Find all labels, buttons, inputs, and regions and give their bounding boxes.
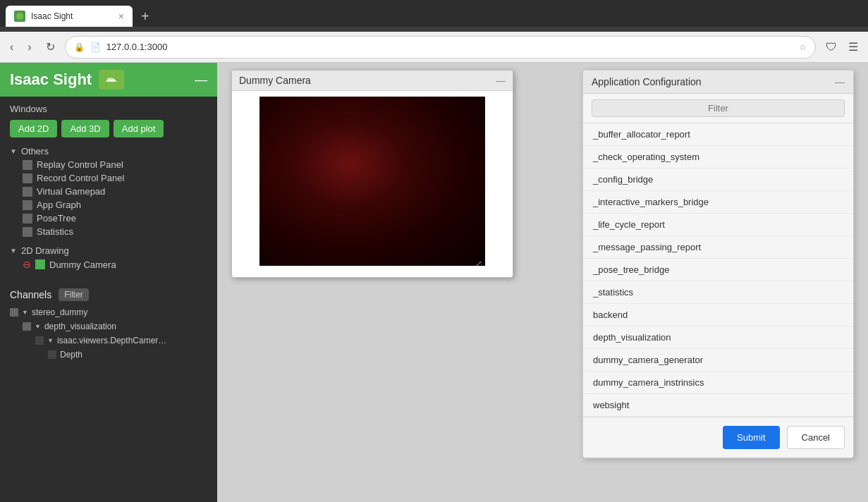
sidebar-item-statistics[interactable]: Statistics [10,225,207,238]
pose-tree-icon [23,214,32,224]
add-plot-button[interactable]: Add plot [114,120,164,137]
remove-camera-icon[interactable]: ⊖ [23,259,31,270]
camera-image [259,97,485,266]
config-item-3[interactable]: _interactive_markers_bridge [583,191,853,214]
nav-forward-button[interactable]: › [23,38,35,56]
config-list: _buffer_allocator_report _check_operatin… [583,123,853,417]
camera-body: ⤢ [232,91,513,277]
submit-button[interactable]: Submit [723,426,779,449]
add-2d-button[interactable]: Add 2D [10,120,57,137]
app-config-title: Application Configuration [592,76,702,87]
sidebar-title: Isaac Sight [10,70,124,90]
channels-label: Channels [10,289,51,300]
sidebar-item-virtual-gamepad[interactable]: Virtual Gamepad [10,185,207,198]
app-config-titlebar: Application Configuration — [583,71,853,94]
replay-control-icon [23,160,32,170]
extensions-button[interactable]: 🛡 [821,37,841,56]
config-item-9[interactable]: depth_visualization [583,326,853,349]
add-3d-button[interactable]: Add 3D [61,120,109,137]
config-item-5[interactable]: _message_passing_report [583,236,853,259]
config-item-11[interactable]: dummy_camera_instrinsics [583,372,853,394]
camera-titlebar: Dummy Camera — [232,71,513,91]
main-content: Dummy Camera — ⤢ Application Configurati… [217,63,868,502]
sidebar-item-record-control[interactable]: Record Control Panel [10,171,207,185]
config-item-2[interactable]: _config_bridge [583,169,853,191]
svg-point-1 [109,78,114,82]
menu-button[interactable]: ☰ [844,37,862,56]
address-bar: 🔒 📄 ☆ [65,36,816,59]
channel-tree: ▼ stereo_dummy ▼ depth_visualization ▼ i… [0,305,217,362]
config-item-8[interactable]: backend [583,304,853,326]
drawing-2d-chevron-icon: ▼ [10,247,17,255]
tab-favicon-icon [14,11,25,22]
depth-icon [48,350,56,359]
bookmark-icon[interactable]: ☆ [799,42,807,52]
drawing-2d-label: 2D Drawing [21,245,69,256]
config-footer: Submit Cancel [583,417,853,458]
sidebar-item-pose-tree[interactable]: PoseTree [10,212,207,225]
nav-back-button[interactable]: ‹ [6,38,18,56]
camera-close-button[interactable]: — [496,75,506,86]
others-group: ▼ Others Replay Control Panel Record Con… [10,145,207,238]
config-item-0[interactable]: _buffer_allocator_report [583,123,853,146]
channel-isaac-depth-camera[interactable]: ▼ isaac.viewers.DepthCamer… [10,333,207,348]
resize-handle-icon[interactable]: ⤢ [475,259,482,269]
config-item-4[interactable]: _life_cycle_report [583,214,853,236]
sidebar: Isaac Sight — Windows Add 2D Add 3D Add … [0,63,217,502]
camera-window-title: Dummy Camera [239,75,311,86]
new-tab-button[interactable]: + [135,6,155,27]
app-graph-icon [23,200,32,210]
depth-vis-icon [23,322,31,331]
channel-stereo-dummy[interactable]: ▼ stereo_dummy [10,305,207,319]
cancel-button[interactable]: Cancel [787,426,845,449]
channels-filter-button[interactable]: Filter [59,288,89,301]
others-chevron-icon: ▼ [10,147,17,155]
app-config-panel: Application Configuration — _buffer_allo… [582,70,854,458]
sidebar-item-app-graph[interactable]: App Graph [10,198,207,212]
config-item-12[interactable]: websight [583,394,853,417]
others-group-header[interactable]: ▼ Others [10,145,207,158]
sidebar-item-dummy-camera[interactable]: ⊖ Dummy Camera [10,257,207,271]
app-config-close-button[interactable]: — [835,76,845,87]
nvidia-logo [99,70,124,90]
config-item-10[interactable]: dummy_camera_generator [583,349,853,372]
camera-label: Dummy Camera [49,259,116,270]
security-icon: 🔒 [74,42,85,52]
drawing-2d-header[interactable]: ▼ 2D Drawing [10,244,207,257]
sidebar-header: Isaac Sight — [0,63,217,97]
windows-label: Windows [10,104,207,114]
isaac-depth-cam-icon [35,336,44,345]
nav-refresh-button[interactable]: ↻ [42,37,59,56]
config-item-7[interactable]: _statistics [583,281,853,304]
address-input[interactable] [106,42,793,52]
statistics-icon [23,227,32,237]
camera-checkbox[interactable] [35,259,45,269]
channel-depth-visualization[interactable]: ▼ depth_visualization [10,319,207,333]
channels-header: Channels Filter [0,281,217,305]
tab-title: Isaac Sight [31,11,113,21]
stereo-dummy-icon [10,308,18,317]
sidebar-item-replay-control[interactable]: Replay Control Panel [10,158,207,171]
camera-window: Dummy Camera — ⤢ [231,70,513,278]
drawing-2d-group: ▼ 2D Drawing ⊖ Dummy Camera [10,244,207,271]
filter-input[interactable] [592,99,845,117]
config-item-6[interactable]: _pose_tree_bridge [583,259,853,281]
sidebar-minimize-button[interactable]: — [195,73,207,87]
others-label: Others [21,146,49,157]
config-item-1[interactable]: _check_operating_system [583,146,853,169]
page-icon: 📄 [90,42,101,52]
tab-close-button[interactable]: × [118,11,124,22]
virtual-gamepad-icon [23,187,32,197]
record-control-icon [23,173,32,183]
filter-section [583,94,853,123]
channel-depth[interactable]: Depth [10,348,207,362]
browser-tab[interactable]: Isaac Sight × [6,6,133,27]
